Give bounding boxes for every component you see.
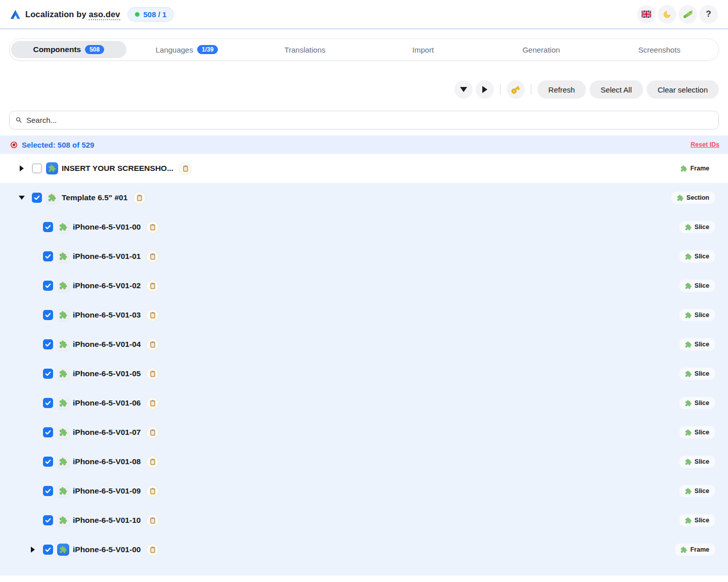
- row-checkbox[interactable]: [43, 310, 53, 320]
- expander-arrow-icon[interactable]: [29, 547, 36, 553]
- node-type-label: Slice: [695, 370, 709, 377]
- node-type-chip[interactable]: Slice: [679, 309, 715, 321]
- node-type-chip[interactable]: Slice: [679, 221, 715, 233]
- row-checkbox[interactable]: [43, 369, 53, 379]
- copy-clipboard-button[interactable]: [146, 485, 159, 498]
- node-type-chip[interactable]: Slice: [679, 485, 715, 497]
- copy-clipboard-button[interactable]: [146, 309, 159, 322]
- row-label: iPhone-6-5-V01-03: [73, 310, 141, 320]
- copy-clipboard-button[interactable]: [146, 221, 159, 234]
- tree-row: iPhone-6-5-V01-05 Slice: [0, 359, 728, 388]
- brand-link[interactable]: aso.dev: [88, 10, 120, 20]
- tab-import[interactable]: Import: [366, 41, 481, 58]
- copy-clipboard-button[interactable]: [179, 162, 192, 175]
- copy-clipboard-button[interactable]: [146, 426, 159, 439]
- toolbar: Refresh Select All Clear selection: [0, 80, 719, 99]
- tree-row: iPhone-6-5-V01-10 Slice: [0, 506, 728, 535]
- row-checkbox[interactable]: [43, 251, 53, 261]
- puzzle-icon: [685, 283, 692, 289]
- row-label: Template 6.5" #01: [62, 193, 127, 202]
- refresh-button[interactable]: Refresh: [537, 80, 586, 99]
- help-button[interactable]: ?: [699, 5, 718, 24]
- puzzle-icon: [680, 547, 687, 553]
- reset-ids-link[interactable]: Reset IDs: [691, 141, 719, 148]
- node-type-label: Slice: [695, 253, 709, 260]
- component-puzzle-icon: [57, 397, 69, 409]
- tab-components[interactable]: Components 508: [11, 41, 126, 58]
- language-flag-button[interactable]: [637, 5, 656, 24]
- clear-selection-button[interactable]: Clear selection: [647, 80, 719, 99]
- puzzle-icon: [680, 165, 687, 172]
- copy-clipboard-button[interactable]: [146, 514, 159, 527]
- node-type-label: Frame: [690, 546, 709, 553]
- divider: [531, 84, 531, 95]
- tab-count-badge: 508: [85, 45, 104, 54]
- uk-flag-icon: [642, 11, 651, 18]
- component-puzzle-icon: [57, 221, 69, 233]
- row-checkbox[interactable]: [32, 193, 42, 203]
- tree-row: iPhone-6-5-V01-00 Frame: [0, 535, 728, 564]
- debug-button[interactable]: [678, 5, 697, 24]
- node-type-chip[interactable]: Slice: [679, 514, 715, 526]
- node-type-chip[interactable]: Frame: [675, 544, 715, 556]
- expander-arrow-icon[interactable]: [18, 196, 25, 200]
- copy-clipboard-button[interactable]: [146, 250, 159, 263]
- row-checkbox[interactable]: [43, 427, 53, 437]
- search-input[interactable]: [26, 116, 713, 124]
- tree-row: iPhone-6-5-V01-02 Slice: [0, 271, 728, 300]
- component-puzzle-icon: [57, 514, 69, 526]
- node-type-chip[interactable]: Section: [671, 192, 715, 204]
- row-label: iPhone-6-5-V01-09: [73, 486, 141, 496]
- select-all-button[interactable]: Select All: [589, 80, 643, 99]
- copy-clipboard-button[interactable]: [146, 544, 159, 556]
- node-type-chip[interactable]: Slice: [679, 456, 715, 468]
- row-checkbox[interactable]: [43, 486, 53, 496]
- row-checkbox[interactable]: [43, 545, 53, 555]
- key-button[interactable]: [507, 80, 525, 99]
- copy-clipboard-button[interactable]: [146, 368, 159, 380]
- tab-translations[interactable]: Translations: [247, 41, 362, 58]
- row-label: iPhone-6-5-V01-05: [73, 369, 141, 378]
- tab-languages[interactable]: Languages 1/39: [129, 41, 245, 58]
- row-checkbox[interactable]: [43, 398, 53, 408]
- dark-mode-button[interactable]: [658, 5, 676, 24]
- row-checkbox[interactable]: [43, 222, 53, 232]
- copy-clipboard-button[interactable]: [146, 456, 159, 468]
- copy-clipboard-button[interactable]: [146, 338, 159, 351]
- node-type-label: Slice: [695, 429, 709, 436]
- puzzle-icon: [685, 253, 692, 260]
- puzzle-icon: [685, 429, 692, 436]
- node-type-chip[interactable]: Slice: [679, 397, 715, 409]
- row-checkbox[interactable]: [43, 515, 53, 525]
- row-label: iPhone-6-5-V01-02: [73, 281, 141, 290]
- component-puzzle-icon: [57, 456, 69, 468]
- row-checkbox[interactable]: [43, 281, 53, 291]
- component-puzzle-icon: [57, 485, 69, 497]
- row-checkbox[interactable]: [43, 339, 53, 349]
- expand-all-button[interactable]: [476, 80, 494, 99]
- node-type-chip[interactable]: Slice: [679, 368, 715, 380]
- row-label: iPhone-6-5-V01-01: [73, 252, 141, 261]
- node-type-chip[interactable]: Slice: [679, 426, 715, 438]
- copy-clipboard-button[interactable]: [146, 397, 159, 410]
- tab-screenshots[interactable]: Screenshots: [602, 41, 717, 58]
- row-checkbox[interactable]: [32, 163, 42, 173]
- status-badge[interactable]: 508 / 1: [127, 7, 174, 22]
- node-type-chip[interactable]: Slice: [679, 280, 715, 292]
- row-checkbox[interactable]: [43, 457, 53, 467]
- collapse-all-button[interactable]: [454, 80, 473, 99]
- copy-clipboard-button[interactable]: [146, 280, 159, 292]
- tree-row: iPhone-6-5-V01-06 Slice: [0, 388, 728, 418]
- node-type-chip[interactable]: Slice: [679, 338, 715, 350]
- node-type-label: Slice: [695, 282, 709, 289]
- tab-bar: Components 508 Languages 1/39 Translatio…: [9, 38, 719, 61]
- aso-dev-logo: [10, 10, 21, 19]
- node-type-chip[interactable]: Slice: [679, 250, 715, 262]
- tree-root-rows: INSERT YOUR SCREENSHO... Frame: [0, 154, 728, 183]
- component-puzzle-icon: [46, 192, 58, 204]
- search-bar[interactable]: [9, 111, 719, 129]
- node-type-chip[interactable]: Frame: [675, 162, 715, 174]
- tab-generation[interactable]: Generation: [484, 41, 599, 58]
- copy-clipboard-button[interactable]: [133, 192, 146, 204]
- expander-arrow-icon[interactable]: [18, 165, 25, 171]
